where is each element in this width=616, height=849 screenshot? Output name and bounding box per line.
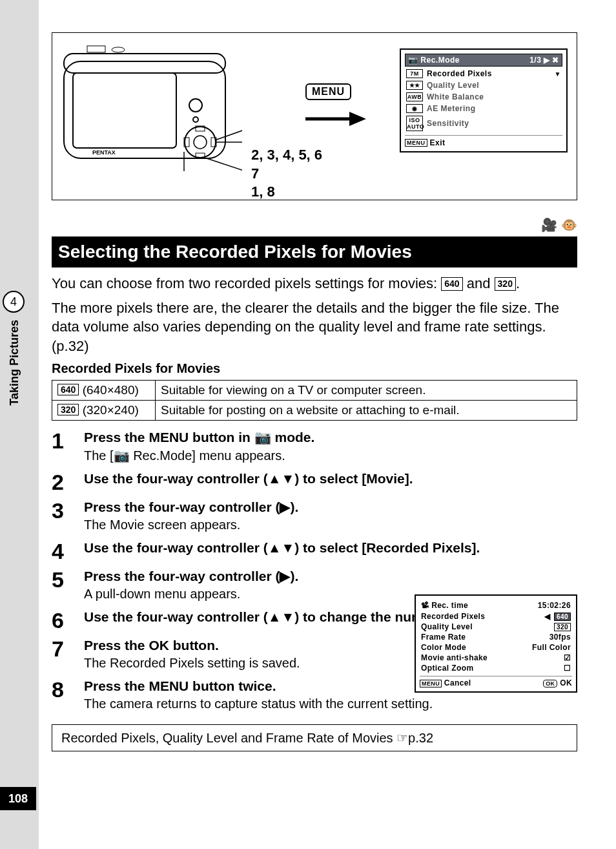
instruction-figure: PENTAX MENU 2, 3, 4, 5, 6 7 1, 8: [52, 32, 577, 200]
svg-point-4: [112, 47, 125, 52]
step: 4Use the four-way controller (▲▼) to sel…: [52, 540, 577, 562]
menu-header-title: Rec.Mode: [420, 56, 460, 65]
movie-ok-label: OK: [560, 678, 572, 687]
menu-page-indicator: 1/3: [529, 56, 541, 65]
intro-text-1a: You can choose from two recorded pixels …: [52, 275, 441, 291]
step-subtext: The [📷 Rec.Mode] menu appears.: [84, 448, 577, 463]
step-instruction: Press the four-way controller (▶).: [84, 569, 577, 584]
menu-row: ISO AUTOSensitivity: [405, 114, 562, 132]
menu-row: ◉AE Metering: [405, 103, 562, 114]
movie-row-val: 320: [554, 623, 571, 631]
movie-row-val: 30fps: [549, 633, 571, 642]
res-desc: Suitable for viewing on a TV or computer…: [156, 380, 577, 400]
movie-row-val: ☐: [564, 664, 571, 673]
svg-line-15: [215, 126, 242, 140]
menu-row-icon: ISO AUTO: [406, 116, 423, 131]
menu-row: 7MRecorded Pixels▼: [405, 68, 562, 79]
svg-rect-2: [73, 73, 176, 148]
menu-row-label: Recorded Pixels: [427, 69, 492, 78]
step: 1Press the MENU button in 📷 mode.The [📷 …: [52, 430, 577, 465]
res-label: (320×240): [83, 403, 139, 417]
box-640: 640: [441, 277, 462, 291]
camera-icon: 📷 Rec.Mode: [408, 56, 460, 65]
movie-row-label: Recorded Pixels: [421, 612, 540, 621]
step-number: 4: [52, 540, 68, 562]
movie-screen-hdr-right: 15:02:26: [538, 601, 571, 610]
chapter-number-badge: 4: [3, 291, 25, 313]
mode-icons-row: 🎥 🐵: [52, 213, 577, 236]
res-desc: Suitable for posting on a website or att…: [156, 400, 577, 420]
step-instruction: Press the MENU button in 📷 mode.: [84, 430, 577, 445]
movie-mode-icon: 🎥: [541, 218, 557, 232]
menu-row-label: Quality Level: [427, 81, 479, 90]
step-instruction: Press the four-way controller (▶).: [84, 499, 577, 515]
svg-rect-3: [87, 46, 105, 52]
intro-paragraph-1: You can choose from two recorded pixels …: [52, 274, 577, 293]
table-heading: Recorded Pixels for Movies: [52, 361, 577, 376]
movie-row: Recorded Pixels◀640: [420, 611, 572, 622]
menu-row-label: White Balance: [427, 92, 484, 101]
res-label: (640×480): [83, 383, 139, 397]
movie-row: Optical Zoom☐: [420, 663, 572, 673]
svg-point-9: [194, 136, 207, 149]
res-box: 640: [57, 384, 79, 395]
menu-row-label: Sensitivity: [427, 119, 469, 128]
movie-row-label: Frame Rate: [421, 633, 546, 642]
intro-paragraph-2: The more pixels there are, the clearer t…: [52, 299, 577, 356]
step-number: 2: [52, 471, 68, 493]
step-number: 6: [52, 609, 68, 631]
movie-settings-screen: 📽 Rec. time 15:02:26 Recorded Pixels◀640…: [415, 594, 577, 693]
svg-rect-1: [64, 54, 225, 73]
step-number: 5: [52, 569, 68, 603]
side-section-label: Taking Pictures: [8, 320, 21, 406]
movie-row: Movie anti-shake☑: [420, 653, 572, 663]
svg-point-6: [189, 99, 202, 112]
svg-line-16: [207, 158, 242, 171]
menu-footer: MENU Exit: [405, 135, 562, 147]
menu-btn-icon: MENU: [420, 680, 442, 687]
movie-row-val: 640: [554, 613, 571, 621]
menu-header: 📷 Rec.Mode 1/3 ▶ ✖: [405, 54, 562, 67]
table-row: 320 (320×240)Suitable for posting on a w…: [52, 400, 577, 420]
chevron-down-icon: ▼: [555, 70, 561, 78]
menu-row-icon: ★★: [406, 81, 423, 90]
step-refs-line2: 7: [251, 165, 322, 183]
table-row: 640 (640×480)Suitable for viewing on a T…: [52, 380, 577, 400]
menu-row: ★★Quality Level: [405, 79, 562, 91]
step-number: 1: [52, 430, 68, 465]
recorded-pixels-table: 640 (640×480)Suitable for viewing on a T…: [52, 380, 577, 421]
menu-exit-label: Exit: [430, 138, 446, 147]
movie-screen-hdr-left: Rec. time: [431, 601, 468, 610]
step-refs-line1: 2, 3, 4, 5, 6: [251, 146, 322, 165]
movie-row: Quality Level320: [420, 622, 572, 632]
page-number: 108: [0, 787, 36, 810]
menu-row-icon: ◉: [406, 104, 423, 113]
step-refs-line3: 1, 8: [251, 183, 322, 202]
movie-row-label: Color Mode: [421, 643, 528, 652]
step-reference-labels: 2, 3, 4, 5, 6 7 1, 8: [251, 146, 322, 202]
voice-mode-icon: 🐵: [561, 218, 577, 232]
box-320: 320: [495, 277, 516, 291]
step-subtext: The Movie screen appears.: [84, 518, 577, 532]
step-number: 8: [52, 678, 68, 713]
rec-mode-menu-screen: 📷 Rec.Mode 1/3 ▶ ✖ 7MRecorded Pixels▼★★Q…: [400, 48, 568, 152]
movie-row: Frame Rate30fps: [420, 632, 572, 642]
camera-illustration: PENTAX: [61, 42, 242, 171]
step-subtext: The camera returns to capture status wit…: [84, 697, 577, 711]
intro-text-1b: and: [463, 275, 495, 291]
movie-row-label: Quality Level: [421, 622, 550, 631]
intro-text-1c: .: [516, 275, 520, 291]
step-number: 7: [52, 638, 68, 672]
step: 2Use the four-way controller (▲▼) to sel…: [52, 471, 577, 493]
res-box: 320: [57, 404, 79, 415]
movie-row-label: Optical Zoom: [421, 664, 560, 673]
ok-btn-icon: OK: [543, 680, 557, 687]
step-instruction: Use the four-way controller (▲▼) to sele…: [84, 540, 577, 556]
section-title: Selecting the Recorded Pixels for Movies: [52, 236, 577, 267]
left-sidebar-strip: 4 Taking Pictures 108: [0, 0, 39, 849]
movie-cancel-label: Cancel: [444, 678, 471, 687]
movie-row-val: ☑: [564, 653, 571, 662]
menu-row-label: AE Metering: [427, 104, 476, 113]
menu-btn-icon: MENU: [405, 139, 427, 147]
movie-row: Color ModeFull Color: [420, 642, 572, 653]
